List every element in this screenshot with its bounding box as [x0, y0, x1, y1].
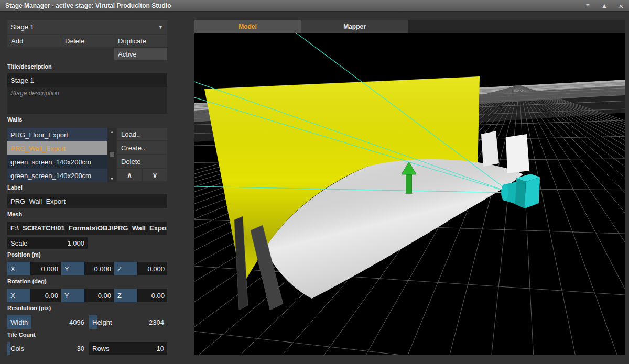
resolution-width-field[interactable]: Width 4096 [7, 315, 88, 329]
scale-label: Scale [10, 239, 28, 247]
stage-select-value: Stage 1 [10, 23, 34, 31]
move-wall-up-button[interactable]: ∧ [117, 169, 142, 181]
active-stage-button[interactable]: Active [114, 48, 167, 60]
scrollbar-thumb[interactable] [110, 152, 114, 157]
rotation-label: Rotation (deg) [7, 278, 47, 284]
wall-label-input[interactable] [7, 194, 167, 208]
resolution-height-field[interactable]: Height 2304 [89, 315, 167, 329]
app-window: Stage Manager - active stage: Virutal Pr… [0, 0, 629, 364]
wall-list-item[interactable]: PRG_Floor_Export [7, 128, 107, 141]
add-stage-button[interactable]: Add [7, 35, 61, 47]
chevron-down-icon: ▼ [158, 25, 163, 30]
position-z-label: Z [114, 262, 137, 275]
position-z-field[interactable]: 0.000 [137, 262, 167, 275]
title-description-label: Title/description [7, 63, 52, 70]
position-y-field[interactable]: 0.000 [84, 262, 114, 275]
load-wall-button[interactable]: Load.. [117, 128, 167, 140]
delete-stage-button[interactable]: Delete [61, 35, 114, 47]
mesh-path-field[interactable]: F:\_SCRATCH\01_Formats\OBJ\PRG_Wall_Expo… [7, 222, 167, 235]
height-value: 2304 [149, 318, 164, 326]
height-label: Height [92, 318, 112, 326]
scroll-down-icon[interactable]: ▼ [107, 175, 116, 182]
delete-wall-button[interactable]: Delete [117, 155, 167, 168]
rotation-y-field[interactable]: 0.00 [84, 289, 114, 302]
rows-value: 10 [157, 345, 164, 352]
tile-count-label: Tile Count [7, 332, 36, 338]
position-x-field[interactable]: 0.000 [30, 262, 61, 275]
chevron-up-icon: ∧ [127, 171, 132, 179]
wall-list-item[interactable]: green_screen_140x200cm [7, 155, 107, 169]
tile-cols-field[interactable]: Cols 30 [7, 342, 88, 355]
stage-description-input[interactable] [7, 87, 167, 114]
walls-list: PRG_Floor_Export PRG_Wall_Export green_s… [7, 128, 107, 182]
viewport-3d-canvas[interactable] [194, 33, 625, 355]
rotation-z-field[interactable]: 0.00 [137, 289, 167, 302]
wall-panel-white-2[interactable] [506, 134, 529, 173]
menu-icon[interactable]: ≡ [583, 2, 592, 9]
rotation-x-field[interactable]: 0.00 [30, 289, 61, 302]
title-bar: Stage Manager - active stage: Virutal Pr… [0, 0, 629, 12]
walls-label: Walls [7, 116, 22, 123]
wall-label-section-label: Label [7, 184, 23, 191]
tab-model[interactable]: Model [194, 20, 301, 33]
maximize-icon[interactable]: ▲ [600, 2, 609, 9]
tab-bar [408, 20, 625, 33]
walls-scrollbar[interactable]: ▲ ▼ [107, 128, 116, 182]
stage-title-input[interactable] [7, 73, 167, 87]
close-icon[interactable]: × [616, 2, 626, 10]
wall-list-item[interactable]: green_screen_140x200cm [7, 169, 107, 182]
rows-label: Rows [92, 345, 110, 352]
mesh-scale-field[interactable]: Scale 1.000 [7, 237, 88, 249]
rotation-z-label: Z [114, 289, 137, 302]
window-title: Stage Manager - active stage: Virutal Pr… [0, 2, 171, 9]
chevron-down-icon: ∨ [153, 171, 158, 179]
camera-lens-front [501, 184, 508, 201]
width-value: 4096 [69, 318, 84, 326]
cols-value: 30 [77, 345, 84, 352]
width-label: Width [10, 318, 28, 326]
tile-rows-field[interactable]: Rows 10 [89, 342, 167, 355]
resolution-label: Resolution (pix) [7, 305, 51, 311]
mesh-label: Mesh [7, 211, 22, 217]
position-label: Position (m) [7, 251, 41, 258]
stage-select-dropdown[interactable]: Stage 1 ▼ [7, 20, 167, 34]
rotation-x-label: X [7, 289, 30, 302]
camera-body-front [515, 178, 526, 208]
wall-list-item-selected[interactable]: PRG_Wall_Export [7, 141, 107, 155]
wall-panel-white-1[interactable] [481, 131, 499, 167]
position-x-label: X [7, 262, 30, 275]
cols-label: Cols [10, 345, 24, 352]
rotation-y-label: Y [61, 289, 84, 302]
scroll-up-icon[interactable]: ▲ [107, 128, 116, 135]
move-wall-down-button[interactable]: ∨ [143, 169, 167, 181]
tab-mapper[interactable]: Mapper [301, 20, 408, 33]
create-wall-button[interactable]: Create.. [117, 141, 167, 154]
position-y-label: Y [61, 262, 84, 275]
duplicate-stage-button[interactable]: Duplicate [114, 35, 167, 47]
scale-value: 1.000 [67, 239, 84, 247]
